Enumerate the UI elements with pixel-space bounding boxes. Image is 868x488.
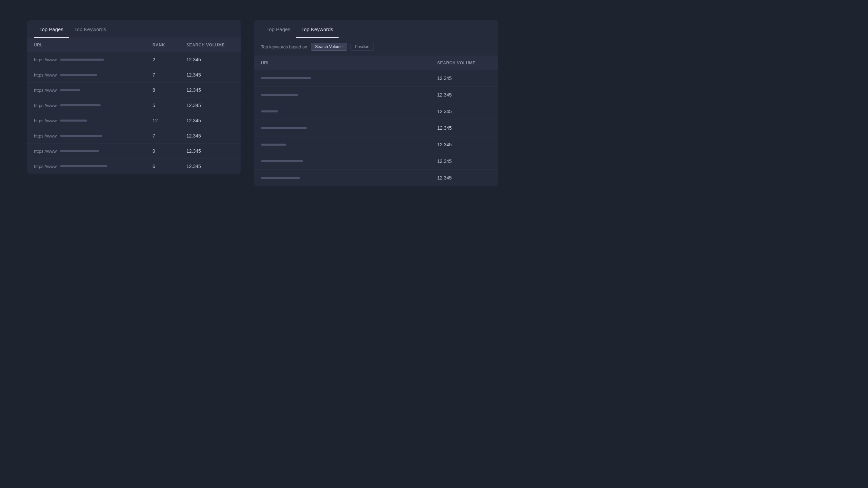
rank-cell: 12 bbox=[153, 118, 186, 123]
tab-top-keywords-right[interactable]: Top Keywords bbox=[296, 20, 339, 38]
table-row: https://www 9 12.345 bbox=[27, 144, 241, 159]
right-url-cell bbox=[261, 94, 437, 96]
tab-top-keywords-left[interactable]: Top Keywords bbox=[69, 20, 112, 38]
right-search-volume-cell: 12.345 bbox=[437, 158, 491, 164]
tab-top-pages-left[interactable]: Top Pages bbox=[34, 20, 69, 38]
left-table: URL Rank Search Volume https://www 2 12.… bbox=[27, 38, 241, 174]
rank-bar bbox=[60, 135, 102, 137]
right-search-volume-cell: 12.345 bbox=[437, 125, 491, 131]
tab-top-pages-right[interactable]: Top Pages bbox=[261, 20, 296, 38]
table-row: 12.345 bbox=[254, 136, 498, 153]
right-search-volume-cell: 12.345 bbox=[437, 142, 491, 147]
right-url-cell bbox=[261, 144, 437, 146]
right-table-header: URL Search Volume bbox=[254, 56, 498, 70]
url-text: https://www bbox=[34, 164, 57, 169]
rank-bar bbox=[60, 104, 101, 106]
filter-search-volume-btn[interactable]: Search Volume bbox=[311, 43, 347, 51]
rank-cell: 6 bbox=[153, 164, 186, 169]
table-row: 12.345 bbox=[254, 103, 498, 120]
left-table-header: URL Rank Search Volume bbox=[27, 38, 241, 52]
header-url-left: URL bbox=[34, 43, 153, 47]
right-table: URL Search Volume 12.345 12.345 12.345 1… bbox=[254, 56, 498, 186]
table-row: 12.345 bbox=[254, 87, 498, 103]
table-row: https://www 2 12.345 bbox=[27, 52, 241, 67]
right-url-cell bbox=[261, 177, 437, 179]
right-search-volume-cell: 12.345 bbox=[437, 109, 491, 114]
table-row: https://www 8 12.345 bbox=[27, 83, 241, 98]
rank-bar bbox=[60, 150, 99, 152]
url-text: https://www bbox=[34, 149, 57, 154]
rank-cell: 8 bbox=[153, 87, 186, 93]
rank-bar bbox=[60, 120, 87, 122]
keyword-bar bbox=[261, 160, 303, 162]
url-cell: https://www bbox=[34, 149, 153, 154]
rank-bar bbox=[60, 165, 107, 167]
search-volume-cell: 12.345 bbox=[186, 57, 234, 62]
filter-label: Top keywords based on bbox=[261, 44, 307, 49]
url-text: https://www bbox=[34, 103, 57, 108]
url-cell: https://www bbox=[34, 88, 153, 93]
table-row: 12.345 bbox=[254, 170, 498, 186]
header-search-volume-right: Search Volume bbox=[437, 61, 491, 65]
header-url-right: URL bbox=[261, 61, 437, 65]
rank-cell: 7 bbox=[153, 133, 186, 139]
url-cell: https://www bbox=[34, 57, 153, 62]
rank-bar bbox=[60, 59, 104, 61]
rank-cell: 7 bbox=[153, 72, 186, 78]
table-row: https://www 7 12.345 bbox=[27, 128, 241, 144]
keyword-bar bbox=[261, 110, 278, 112]
search-volume-cell: 12.345 bbox=[186, 164, 234, 169]
url-cell: https://www bbox=[34, 164, 153, 169]
header-rank-left: Rank bbox=[153, 43, 186, 47]
search-volume-cell: 12.345 bbox=[186, 87, 234, 93]
rank-cell: 2 bbox=[153, 57, 186, 62]
search-volume-cell: 12.345 bbox=[186, 103, 234, 108]
main-content: Top Pages Top Keywords URL Rank Search V… bbox=[27, 20, 841, 186]
url-text: https://www bbox=[34, 57, 57, 62]
right-search-volume-cell: 12.345 bbox=[437, 175, 491, 181]
keyword-bar bbox=[261, 94, 298, 96]
filter-row: Top keywords based on Search Volume Posi… bbox=[254, 38, 498, 56]
table-row: 12.345 bbox=[254, 120, 498, 136]
url-cell: https://www bbox=[34, 103, 153, 108]
right-tabs: Top Pages Top Keywords bbox=[254, 20, 498, 38]
rank-bar bbox=[60, 89, 80, 91]
url-text: https://www bbox=[34, 72, 57, 78]
table-row: 12.345 bbox=[254, 153, 498, 170]
right-panel: Top Pages Top Keywords Top keywords base… bbox=[254, 20, 498, 186]
keyword-bar bbox=[261, 144, 286, 146]
filter-position-btn[interactable]: Position bbox=[350, 43, 374, 51]
right-url-cell bbox=[261, 110, 437, 112]
table-row: https://www 5 12.345 bbox=[27, 98, 241, 113]
url-cell: https://www bbox=[34, 118, 153, 123]
url-cell: https://www bbox=[34, 72, 153, 78]
url-text: https://www bbox=[34, 118, 57, 123]
search-volume-cell: 12.345 bbox=[186, 72, 234, 78]
keyword-bar bbox=[261, 127, 307, 129]
right-search-volume-cell: 12.345 bbox=[437, 92, 491, 98]
rank-cell: 5 bbox=[153, 103, 186, 108]
right-url-cell bbox=[261, 127, 437, 129]
rank-cell: 9 bbox=[153, 148, 186, 154]
url-text: https://www bbox=[34, 88, 57, 93]
table-row: 12.345 bbox=[254, 70, 498, 87]
table-row: https://www 12 12.345 bbox=[27, 113, 241, 128]
search-volume-cell: 12.345 bbox=[186, 148, 234, 154]
right-table-body: 12.345 12.345 12.345 12.345 12.345 bbox=[254, 70, 498, 186]
table-row: https://www 7 12.345 bbox=[27, 67, 241, 83]
right-url-cell bbox=[261, 160, 437, 162]
left-panel: Top Pages Top Keywords URL Rank Search V… bbox=[27, 20, 241, 174]
right-url-cell bbox=[261, 77, 437, 79]
header-search-volume-left: Search Volume bbox=[186, 43, 234, 47]
rank-bar bbox=[60, 74, 97, 76]
left-tabs: Top Pages Top Keywords bbox=[27, 20, 241, 38]
right-search-volume-cell: 12.345 bbox=[437, 76, 491, 81]
search-volume-cell: 12.345 bbox=[186, 133, 234, 139]
keyword-bar bbox=[261, 177, 300, 179]
url-text: https://www bbox=[34, 133, 57, 139]
table-row: https://www 6 12.345 bbox=[27, 159, 241, 174]
left-table-body: https://www 2 12.345 https://www 7 12.34… bbox=[27, 52, 241, 174]
url-cell: https://www bbox=[34, 133, 153, 139]
keyword-bar bbox=[261, 77, 311, 79]
search-volume-cell: 12.345 bbox=[186, 118, 234, 123]
